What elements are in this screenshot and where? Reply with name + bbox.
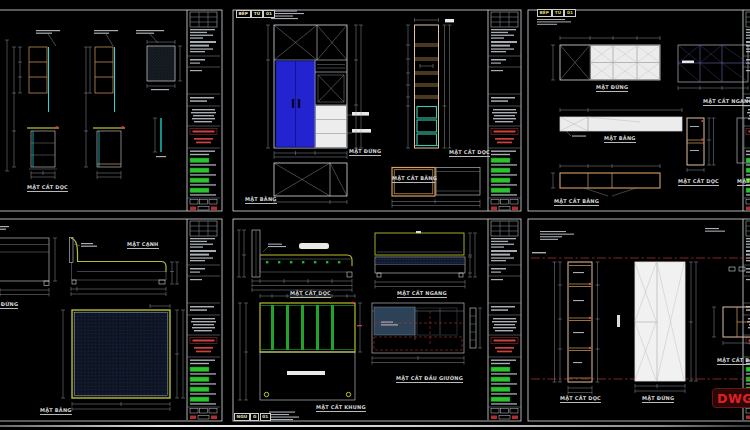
- sheet2-code-item: TỦ: [251, 10, 263, 18]
- wardrobe-elevation: [274, 25, 347, 148]
- wall-cabinet-elevation: [560, 45, 660, 80]
- sheet1-kitchen-cabinet-sections: [0, 10, 222, 211]
- slats: [271, 305, 334, 350]
- view-label-elevation: MẶT ĐỨNG: [349, 149, 381, 156]
- title-block: [488, 219, 521, 420]
- header-note-text: [271, 11, 304, 20]
- cad-sheet-montage: BẾP TỦ 01 BẾP TỦ 01 NGỦ G 01 MẶT CẮT DỌC…: [0, 0, 750, 430]
- partial-section-view: [737, 118, 750, 163]
- view-label-section-headboard: MẶT CẮT ĐẦU GIƯỜNG: [396, 376, 463, 383]
- teal-drawer: [417, 107, 437, 119]
- drawer-stack: [316, 106, 347, 148]
- sheet5-code-item: G: [250, 413, 259, 421]
- view-label-section-vertical: MẶT CẮT DỌC: [560, 396, 601, 403]
- sheet5-code-room: NGỦ: [234, 413, 250, 421]
- cad-line-work: [0, 0, 750, 430]
- wardrobe-vertical-section: [415, 25, 439, 148]
- view-label-section-partial: MẶT CẮT BẰNG: [737, 179, 750, 186]
- tall-cabinet-section-b: [93, 47, 125, 167]
- note-text: [36, 30, 164, 34]
- sheet2-wardrobe-drawing: [233, 10, 521, 211]
- sheet2-code-header: BẾP TỦ 01: [236, 10, 275, 18]
- view-label-section-plan: MẶT CẮT BẰNG: [392, 176, 435, 183]
- panel-hatch-detail: [147, 46, 175, 81]
- view-label-section-plan: MẶT CẮT BẰNG: [717, 358, 750, 365]
- dwg-watermark-badge: DWGS: [712, 388, 750, 408]
- sheet-frame: [0, 10, 222, 211]
- view-label-elevation: MẶT ĐỨNG: [642, 396, 674, 403]
- teal-drawer: [417, 134, 437, 146]
- sheet5-bed-sections-drawing: [233, 219, 521, 421]
- view-label-section-frame: MẶT CẮT KHUNG: [316, 405, 366, 412]
- wardrobe-door-elevation: [635, 262, 685, 381]
- header-note-text: [537, 19, 571, 25]
- note-text: [532, 228, 725, 253]
- sheet3-code-number: 01: [564, 9, 575, 17]
- view-label-plan: MẶT BẰNG: [40, 408, 72, 415]
- wall-cabinet-vertical-section: [687, 118, 704, 165]
- wall-cabinet-horizontal-section: [560, 173, 660, 188]
- sheet3-code-room: BẾP: [537, 9, 552, 17]
- view-label-section-cross: MẶT CẮT NGANG: [397, 291, 447, 298]
- mattress-band: [376, 258, 464, 264]
- sheet5-code-number: 01: [260, 413, 271, 421]
- view-label-section-vertical: MẶT CẮT DỌC: [449, 150, 490, 157]
- view-label-plan: MẶT BẰNG: [245, 197, 277, 204]
- side-profile-bar: [470, 308, 476, 348]
- title-block: [187, 10, 220, 211]
- teal-drawer: [417, 120, 437, 132]
- view-label-section-cross: MẶT CẮT NGANG: [703, 99, 750, 106]
- bed-frame-section: [260, 302, 355, 400]
- view-label-section-vertical: MẶT CẮT DỌC: [678, 179, 719, 186]
- bottom-divider-line: [0, 425, 750, 427]
- wardrobe-vertical-section: [568, 262, 592, 382]
- view-label-plan: MẶT BẰNG: [604, 136, 636, 143]
- view-label-section-vertical: MẶT CẮT DỌC: [27, 185, 68, 192]
- view-label-section-plan: MẶT CẮT BẰNG: [554, 199, 599, 206]
- sheet5-code-header: NGỦ G 01: [234, 413, 271, 421]
- wall-cabinet-cross-section: [678, 45, 748, 82]
- title-block: [488, 10, 521, 211]
- headboard-section: [372, 303, 464, 353]
- view-label-elevation: MẶT ĐỨNG: [596, 85, 628, 92]
- view-label-side: MẶT CẠNH: [127, 242, 159, 249]
- footer-note-text: [269, 412, 299, 421]
- wall-cabinet-plan: [560, 117, 682, 131]
- pillow: [299, 243, 329, 249]
- tall-cabinet-section-a: [27, 47, 59, 169]
- bed-cross-section: [375, 231, 465, 277]
- sheet3-code-item: TỦ: [552, 9, 564, 17]
- door-handle: [292, 99, 294, 108]
- view-label-section-vertical: MẶT CẮT DỌC: [290, 291, 331, 298]
- title-block: [187, 219, 220, 420]
- bed-plan: [72, 310, 170, 398]
- wardrobe-horizontal-section-partial: [723, 267, 750, 337]
- dwg-watermark-text: DWGS: [717, 391, 750, 406]
- bed-vertical-section: [252, 230, 352, 277]
- view-label-elevation-partial: MẶT ĐỨNG: [0, 302, 18, 309]
- wardrobe-plan: [274, 163, 347, 196]
- door-handle: [298, 99, 300, 108]
- sheet4-bed-drawing: [0, 219, 222, 421]
- bed-head-elevation: [0, 238, 49, 286]
- sheet2-code-number: 01: [263, 10, 274, 18]
- sheet2-code-room: BẾP: [236, 10, 251, 18]
- sheet3-code-header: BẾP TỦ 01: [537, 9, 576, 17]
